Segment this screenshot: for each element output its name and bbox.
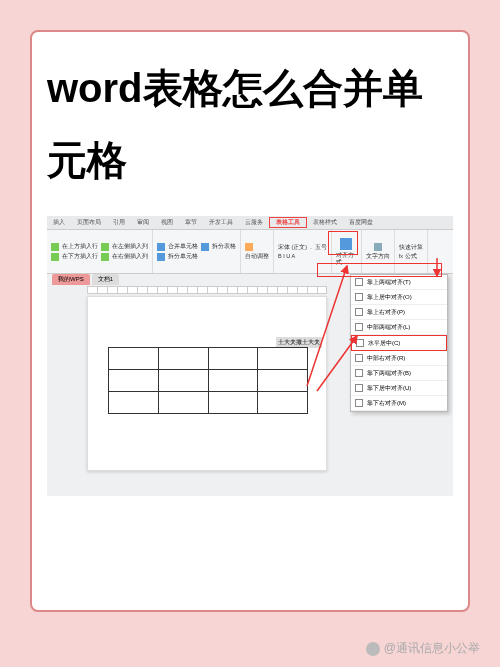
tab-insert[interactable]: 插入 xyxy=(47,218,71,227)
ribbon-formula: 快速计算 fx 公式 xyxy=(395,230,428,273)
autofit-label: 自动调整 xyxy=(245,253,269,260)
align-dropdown: 靠上两端对齐(T) 靠上居中对齐(O) 靠上右对齐(P) 中部两端对齐(L) 水… xyxy=(350,274,448,412)
split-label[interactable]: 拆分单元格 xyxy=(168,253,198,260)
watermark-text: @通讯信息小公举 xyxy=(384,640,480,657)
tab-table-style[interactable]: 表格样式 xyxy=(307,218,343,227)
insert-left-icon xyxy=(101,243,109,251)
align-ml-icon xyxy=(355,323,363,331)
dd-top-right[interactable]: 靠上右对齐(P) xyxy=(351,305,447,320)
app-screenshot: 插入 页面布局 引用 审阅 视图 章节 开发工具 云服务 表格工具 表格样式 百… xyxy=(47,216,453,496)
insert-below-icon xyxy=(51,253,59,261)
dd-center[interactable]: 水平居中(C) xyxy=(351,335,447,351)
align-tc-icon xyxy=(355,293,363,301)
ribbon-merge: 合并单元格拆分表格 拆分单元格 xyxy=(153,230,241,273)
ribbon-tabs: 插入 页面布局 引用 审阅 视图 章节 开发工具 云服务 表格工具 表格样式 百… xyxy=(47,216,453,230)
split-table-icon xyxy=(201,243,209,251)
autofit-icon xyxy=(245,243,253,251)
insert-right-icon xyxy=(101,253,109,261)
align-c-icon xyxy=(356,339,364,347)
watermark-avatar-icon xyxy=(366,642,380,656)
split-table-label[interactable]: 拆分表格 xyxy=(212,243,236,250)
document-tabs: 我的WPS 文档1 xyxy=(52,274,119,285)
ribbon-insert-rows: 在上方插入行在左侧插入列 在下方插入行在右侧插入列 xyxy=(47,230,153,273)
ribbon: 在上方插入行在左侧插入列 在下方插入行在右侧插入列 合并单元格拆分表格 拆分单元… xyxy=(47,230,453,274)
merge-label[interactable]: 合并单元格 xyxy=(168,243,198,250)
align-tr-icon xyxy=(355,308,363,316)
text-dir-label: 文字方向 xyxy=(366,253,390,260)
dd-mid-right[interactable]: 中部右对齐(R) xyxy=(351,351,447,366)
font-size[interactable]: 五号 xyxy=(315,244,327,251)
align-icon xyxy=(340,238,352,250)
dd-bot-center[interactable]: 靠下居中对齐(U) xyxy=(351,381,447,396)
tab-view[interactable]: 视图 xyxy=(155,218,179,227)
align-bc-icon xyxy=(355,384,363,392)
formula-label[interactable]: fx 公式 xyxy=(399,253,423,260)
dd-bot-left[interactable]: 靠下两端对齐(B) xyxy=(351,366,447,381)
ribbon-text-dir[interactable]: 文字方向 xyxy=(362,230,395,273)
dd-mid-left[interactable]: 中部两端对齐(L) xyxy=(351,320,447,335)
insert-above-label[interactable]: 在上方插入行 xyxy=(62,243,98,250)
insert-right-label[interactable]: 在右侧插入列 xyxy=(112,253,148,260)
ruler xyxy=(87,286,327,294)
dd-top-center[interactable]: 靠上居中对齐(O) xyxy=(351,290,447,305)
font-name[interactable]: 宋体 (正文) xyxy=(278,244,307,251)
align-mr-icon xyxy=(355,354,363,362)
dd-bot-right[interactable]: 靠下右对齐(M) xyxy=(351,396,447,411)
align-label: 对齐方式 xyxy=(336,252,357,266)
doc-tab-wps[interactable]: 我的WPS xyxy=(52,274,90,285)
text-dir-icon xyxy=(374,243,382,251)
tab-layout[interactable]: 页面布局 xyxy=(71,218,107,227)
align-bl-icon xyxy=(355,369,363,377)
insert-left-label[interactable]: 在左侧插入列 xyxy=(112,243,148,250)
doc-tab-1[interactable]: 文档1 xyxy=(92,274,119,285)
watermark: @通讯信息小公举 xyxy=(366,640,480,657)
tab-ref[interactable]: 引用 xyxy=(107,218,131,227)
split-icon xyxy=(157,253,165,261)
page-title: word表格怎么合并单元格 xyxy=(47,52,453,196)
tab-dev[interactable]: 开发工具 xyxy=(203,218,239,227)
tab-review[interactable]: 审阅 xyxy=(131,218,155,227)
tab-table-tools[interactable]: 表格工具 xyxy=(269,217,307,228)
ribbon-font: 宋体 (正文) · 五号 B I U A xyxy=(274,230,332,273)
ribbon-autofit[interactable]: 自动调整 xyxy=(241,230,274,273)
merge-icon xyxy=(157,243,165,251)
insert-below-label[interactable]: 在下方插入行 xyxy=(62,253,98,260)
align-tl-icon xyxy=(355,278,363,286)
tab-cloud[interactable]: 云服务 xyxy=(239,218,269,227)
font-style-buttons[interactable]: B I U A xyxy=(278,253,327,259)
card: word表格怎么合并单元格 插入 页面布局 引用 审阅 视图 章节 开发工具 云… xyxy=(30,30,470,612)
align-br-icon xyxy=(355,399,363,407)
sample-table[interactable] xyxy=(108,347,308,414)
tab-baidu[interactable]: 百度网盘 xyxy=(343,218,379,227)
tab-section[interactable]: 章节 xyxy=(179,218,203,227)
insert-above-icon xyxy=(51,243,59,251)
quick-calc-label[interactable]: 快速计算 xyxy=(399,244,423,251)
document-page: 士大夫撒士大夫 xyxy=(87,296,327,471)
ribbon-align[interactable]: 对齐方式 xyxy=(332,230,362,273)
dd-top-left[interactable]: 靠上两端对齐(T) xyxy=(351,275,447,290)
